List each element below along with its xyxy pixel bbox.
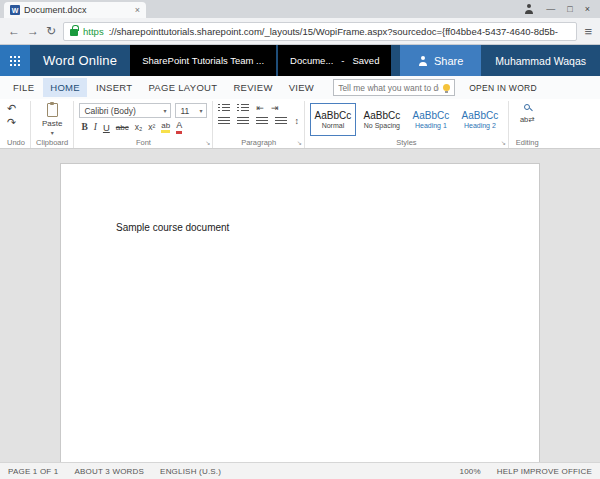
tab-review[interactable]: REVIEW xyxy=(226,78,279,97)
breadcrumb: SharePoint Tutorials Team ... Docume... … xyxy=(130,45,391,76)
minimize-button[interactable]: — xyxy=(546,4,555,14)
browser-tab[interactable]: W Document.docx × xyxy=(4,2,146,18)
style-preview: AaBbCc xyxy=(462,110,499,121)
replace-icon[interactable]: ab⇄ xyxy=(520,116,535,124)
share-button[interactable]: Share xyxy=(400,45,481,76)
line-spacing-icon[interactable]: ↕ xyxy=(294,117,299,126)
address-bar: ← → ↻ https ://sharepointtutorials.share… xyxy=(0,18,600,45)
font-size-value: 11 xyxy=(180,106,196,116)
style-no-spacing[interactable]: AaBbCc No Spacing xyxy=(359,103,405,136)
url-box[interactable]: https ://sharepointtutorials.sharepoint.… xyxy=(63,22,577,41)
style-name: No Spacing xyxy=(364,122,400,129)
browser-menu-icon[interactable]: ≡ xyxy=(584,24,592,39)
tell-me-input[interactable] xyxy=(338,83,439,93)
url-text: ://sharepointtutorials.sharepoint.com/_l… xyxy=(109,26,558,37)
tab-page-layout[interactable]: PAGE LAYOUT xyxy=(141,78,224,97)
tab-close-icon[interactable]: × xyxy=(135,5,140,15)
document-canvas: Sample course document xyxy=(0,149,600,462)
font-family-value: Calibri (Body) xyxy=(84,106,160,116)
back-icon[interactable]: ← xyxy=(8,25,20,37)
app-launcher-button[interactable] xyxy=(0,45,30,76)
redo-icon[interactable]: ↷ xyxy=(7,117,16,128)
style-heading-1[interactable]: AaBbCc Heading 1 xyxy=(408,103,454,136)
tell-me-box xyxy=(333,79,455,96)
text-highlight-button[interactable]: ab xyxy=(161,122,170,134)
padlock-icon[interactable] xyxy=(70,29,78,36)
tab-title: Document.docx xyxy=(24,5,87,15)
align-left-icon[interactable] xyxy=(218,117,230,126)
style-name: Heading 1 xyxy=(415,122,447,129)
subscript-button[interactable]: x₂ xyxy=(135,122,143,132)
crumb-separator: - xyxy=(341,55,344,66)
style-name: Normal xyxy=(322,122,345,129)
font-family-dropdown[interactable]: Calibri (Body) ▾ xyxy=(79,103,171,118)
status-word-count[interactable]: ABOUT 3 WORDS xyxy=(75,467,145,476)
group-label-undo: Undo xyxy=(7,136,25,148)
user-name[interactable]: Muhammad Waqas xyxy=(481,45,600,76)
find-icon[interactable] xyxy=(524,104,530,110)
numbered-list-icon[interactable] xyxy=(237,104,249,113)
document-text: Sample course document xyxy=(116,222,484,233)
ribbon-tab-row: FILE HOME INSERT PAGE LAYOUT REVIEW VIEW… xyxy=(0,76,600,99)
bullet-list-icon[interactable] xyxy=(218,104,230,113)
app-title[interactable]: Word Online xyxy=(30,45,130,76)
group-clipboard: Paste ▾ Clipboard xyxy=(31,101,74,148)
group-label-clipboard: Clipboard xyxy=(36,136,68,148)
document-page[interactable]: Sample course document xyxy=(60,163,540,462)
decrease-indent-icon[interactable]: ⇤ xyxy=(256,104,264,113)
paragraph-dialog-launcher-icon[interactable]: ↘ xyxy=(297,140,302,146)
style-normal[interactable]: AaBbCc Normal xyxy=(310,103,356,136)
chevron-down-icon: ▾ xyxy=(199,108,202,114)
strikethrough-button[interactable]: abc xyxy=(116,123,129,132)
paste-button[interactable]: Paste ▾ xyxy=(36,101,68,136)
clipboard-icon xyxy=(47,103,58,117)
suite-bar-right: Share Muhammad Waqas xyxy=(400,45,600,76)
align-right-icon[interactable] xyxy=(256,117,268,126)
status-bar: PAGE 1 OF 1 ABOUT 3 WORDS ENGLISH (U.S.)… xyxy=(0,462,600,479)
ribbon: ↶ ↷ Undo Paste ▾ Clipboard xyxy=(0,99,600,149)
status-page-count[interactable]: PAGE 1 OF 1 xyxy=(8,467,59,476)
chevron-down-icon: ▾ xyxy=(163,108,166,114)
tab-home[interactable]: HOME xyxy=(43,78,87,97)
refresh-icon[interactable]: ↻ xyxy=(46,25,56,37)
close-button[interactable]: × xyxy=(585,4,590,14)
style-heading-2[interactable]: AaBbCc Heading 2 xyxy=(457,103,503,136)
group-styles: AaBbCc Normal AaBbCc No Spacing AaBbCc H… xyxy=(305,101,509,148)
align-center-icon[interactable] xyxy=(237,117,249,126)
browser-tab-bar: W Document.docx × — □ × xyxy=(0,0,600,18)
status-help-improve[interactable]: HELP IMPROVE OFFICE xyxy=(497,467,592,476)
superscript-button[interactable]: x² xyxy=(148,122,155,132)
style-name: Heading 2 xyxy=(464,122,496,129)
underline-button[interactable]: U xyxy=(103,122,110,133)
group-paragraph: ⇤ ⇥ ↕ Paragraph ↘ xyxy=(213,101,305,148)
open-in-word-button[interactable]: OPEN IN WORD xyxy=(469,83,537,93)
maximize-button[interactable]: □ xyxy=(567,4,572,14)
italic-button[interactable]: I xyxy=(94,122,97,132)
group-editing: ab⇄ Editing xyxy=(509,101,546,148)
style-preview: AaBbCc xyxy=(364,110,401,121)
save-status: Saved xyxy=(353,55,380,66)
undo-icon[interactable]: ↶ xyxy=(7,103,16,114)
profile-icon[interactable] xyxy=(524,4,534,14)
window-controls: — □ × xyxy=(524,0,596,18)
increase-indent-icon[interactable]: ⇥ xyxy=(271,104,279,113)
document-crumb: Docume... - Saved xyxy=(278,45,391,76)
font-size-dropdown[interactable]: 11 ▾ xyxy=(175,103,207,118)
styles-dialog-launcher-icon[interactable]: ↘ xyxy=(501,140,506,146)
tab-view[interactable]: VIEW xyxy=(282,78,321,97)
group-label-font: Font xyxy=(79,136,207,148)
status-language[interactable]: ENGLISH (U.S.) xyxy=(160,467,221,476)
font-dialog-launcher-icon[interactable]: ↘ xyxy=(205,140,210,146)
tab-insert[interactable]: INSERT xyxy=(89,78,139,97)
document-name[interactable]: Docume... xyxy=(290,55,333,66)
status-zoom-level[interactable]: 100% xyxy=(460,467,481,476)
site-name[interactable]: SharePoint Tutorials Team ... xyxy=(130,45,276,76)
font-color-button[interactable]: A xyxy=(176,121,182,134)
justify-icon[interactable] xyxy=(275,117,287,126)
forward-icon[interactable]: → xyxy=(27,25,39,37)
paste-label: Paste xyxy=(42,119,62,128)
bold-button[interactable]: B xyxy=(81,122,87,132)
word-file-icon: W xyxy=(10,5,20,15)
style-preview: AaBbCc xyxy=(315,110,352,121)
tab-file[interactable]: FILE xyxy=(6,78,41,97)
